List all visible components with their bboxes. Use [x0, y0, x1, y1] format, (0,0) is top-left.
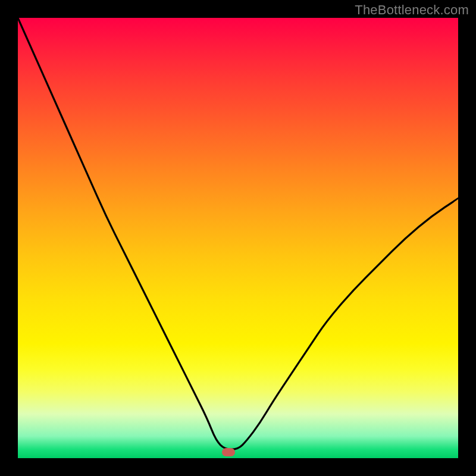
bottleneck-curve: [18, 18, 458, 458]
optimal-marker: [222, 448, 235, 456]
watermark-text: TheBottleneck.com: [355, 2, 469, 18]
chart-frame: TheBottleneck.com: [0, 0, 476, 476]
plot-area: [18, 18, 458, 458]
curve-path: [18, 18, 458, 449]
